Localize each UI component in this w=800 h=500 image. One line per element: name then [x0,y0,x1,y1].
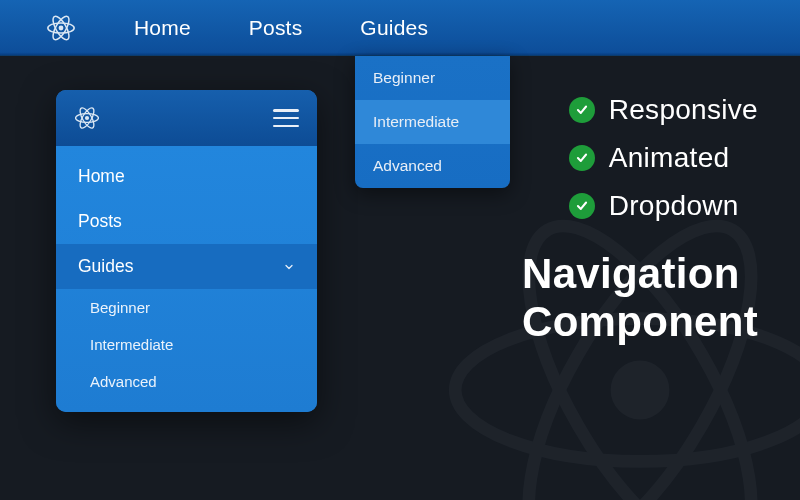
hamburger-menu-icon[interactable] [273,109,299,127]
feature-item-dropdown: Dropdown [569,190,758,222]
top-navbar: Home Posts Guides [0,0,800,56]
mobile-nav-panel: Home Posts Guides Beginner Intermediate … [56,90,317,412]
feature-item-animated: Animated [569,142,758,174]
mobile-nav-item-home[interactable]: Home [56,154,317,199]
dropdown-item-intermediate[interactable]: Intermediate [355,100,510,144]
mobile-subnav-item-beginner[interactable]: Beginner [56,289,317,326]
check-icon [569,193,595,219]
feature-item-responsive: Responsive [569,94,758,126]
mobile-nav-label: Guides [78,256,133,277]
check-icon [569,145,595,171]
react-logo-icon [46,13,76,43]
svg-point-11 [85,116,89,120]
svg-point-2 [486,194,794,500]
guides-dropdown: Beginner Intermediate Advanced [355,56,510,188]
mobile-nav-label: Home [78,166,125,187]
title-block: Navigation Component [522,250,758,347]
title-line-1: Navigation [522,250,758,298]
feature-label: Animated [609,142,730,174]
mobile-nav-item-posts[interactable]: Posts [56,199,317,244]
feature-label: Responsive [609,94,758,126]
nav-link-guides[interactable]: Guides [360,16,428,40]
mobile-nav-header [56,90,317,146]
nav-link-posts[interactable]: Posts [249,16,303,40]
feature-label: Dropdown [609,190,739,222]
svg-point-1 [486,194,794,500]
check-icon [569,97,595,123]
dropdown-item-advanced[interactable]: Advanced [355,144,510,188]
chevron-down-icon [283,261,295,273]
svg-point-7 [59,25,64,30]
nav-link-home[interactable]: Home [134,16,191,40]
svg-point-3 [611,361,670,420]
mobile-nav-body: Home Posts Guides Beginner Intermediate … [56,146,317,412]
mobile-nav-item-guides[interactable]: Guides [56,244,317,289]
feature-list: Responsive Animated Dropdown [569,94,758,238]
dropdown-item-beginner[interactable]: Beginner [355,56,510,100]
mobile-subnav-item-advanced[interactable]: Advanced [56,363,317,400]
mobile-subnav-item-intermediate[interactable]: Intermediate [56,326,317,363]
mobile-nav-label: Posts [78,211,122,232]
react-logo-icon [74,105,100,131]
title-line-2: Component [522,298,758,346]
